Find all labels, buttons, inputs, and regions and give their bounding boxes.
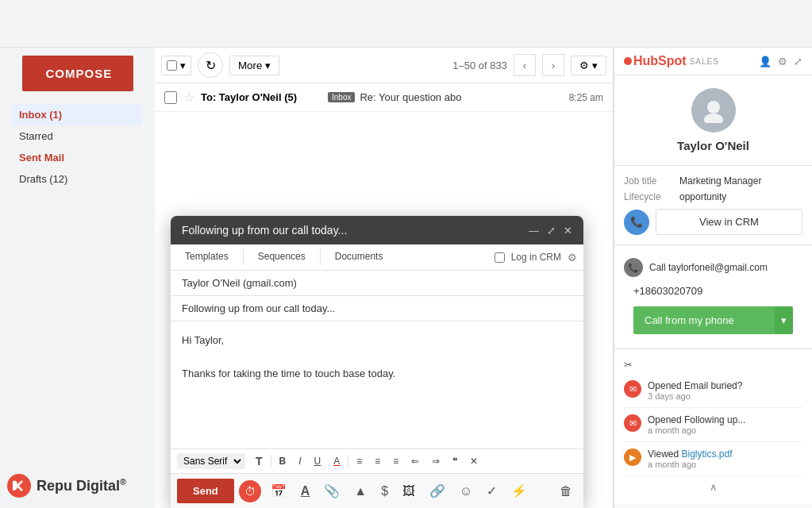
- email-subject: Re: Your question abo: [360, 91, 568, 103]
- call-small-icon: 📞: [624, 258, 643, 277]
- log-crm-checkbox[interactable]: [495, 252, 505, 263]
- expand-button[interactable]: ⤢: [547, 225, 556, 237]
- trash-icon-button[interactable]: 🗑: [555, 481, 577, 502]
- compose-header: Following up from our call today... — ⤢ …: [171, 216, 583, 244]
- inbox-badge: Inbox: [328, 92, 355, 102]
- star-icon[interactable]: ☆: [183, 90, 194, 105]
- main-layout: COMPOSE Inbox (1) Starred Sent Mail Draf…: [0, 48, 812, 508]
- hubspot-dot: [624, 57, 632, 65]
- send-button[interactable]: Send: [177, 479, 234, 503]
- select-checkbox-btn[interactable]: ▾: [161, 56, 191, 75]
- avatar-icon: [701, 98, 726, 123]
- image-icon-button[interactable]: 🖼: [398, 481, 420, 502]
- close-button[interactable]: ✕: [564, 225, 572, 237]
- font-size-button[interactable]: T: [251, 452, 267, 470]
- compose-subject[interactable]: Following up from our call today...: [171, 296, 583, 321]
- email-toolbar: ▾ ↻ More ▾ 1–50 of 833 ‹ › ⚙ ▾: [155, 48, 613, 83]
- repu-logo: Repu Digital®: [6, 473, 126, 498]
- remove-format-button[interactable]: ✕: [465, 453, 483, 469]
- phone-section: 📞 Call taylorfoneil@gmail.com +186030207…: [614, 245, 812, 349]
- hubspot-person-icon[interactable]: 👤: [759, 56, 772, 67]
- align-button[interactable]: ≡: [352, 453, 367, 469]
- compose-bottom-bar: Send ⏱ 📅 A 📎 ▲ $ 🖼 🔗 ☺ ✓ ⚡ 🗑: [171, 473, 583, 508]
- dollar-icon-button[interactable]: $: [376, 481, 393, 502]
- hubspot-header: HubSpot SALES 👤 ⚙ ⤢: [614, 48, 812, 75]
- text-color-button[interactable]: A: [329, 453, 344, 469]
- prev-page-button[interactable]: ‹: [514, 54, 536, 76]
- timeline-pdf-link[interactable]: Biglytics.pdf: [681, 448, 732, 460]
- row-checkbox[interactable]: [164, 91, 177, 104]
- drive-icon-button[interactable]: ▲: [349, 481, 371, 502]
- indent-left-button[interactable]: ⇐: [406, 453, 424, 469]
- indent-right-button[interactable]: ⇒: [427, 453, 444, 469]
- calendar-icon-button[interactable]: 📅: [266, 480, 291, 502]
- format-underline-icon-button[interactable]: A: [296, 481, 315, 502]
- settings-button[interactable]: ⚙ ▾: [571, 56, 606, 75]
- compose-body-greeting: Hi Taylor,: [182, 333, 572, 349]
- refresh-button[interactable]: ↻: [198, 52, 223, 78]
- sidebar-item-starred[interactable]: Starred: [13, 125, 142, 147]
- hubspot-icon-button[interactable]: ⚡: [506, 480, 532, 502]
- timeline-dot-1: ✉: [624, 380, 641, 398]
- call-email-label: Call taylorfoneil@gmail.com: [649, 262, 768, 273]
- contact-name: Taylor O'Neil: [624, 139, 802, 152]
- chevron-down-icon[interactable]: ▾: [180, 60, 186, 71]
- job-title-label: Job title: [624, 175, 679, 187]
- select-all-checkbox[interactable]: [167, 60, 177, 71]
- email-row[interactable]: ☆ To: Taylor O'Neil (5) Inbox Re: Your q…: [155, 83, 613, 112]
- lifecycle-value: opportunity: [679, 191, 726, 202]
- hubspot-expand-icon[interactable]: ⤢: [794, 56, 802, 67]
- compose-to[interactable]: Taylor O'Neil (gmail.com): [171, 271, 583, 296]
- compose-gear-icon[interactable]: ⚙: [568, 252, 577, 264]
- documents-tab[interactable]: Documents: [327, 248, 391, 267]
- templates-tab[interactable]: Templates: [177, 248, 237, 267]
- view-crm-button[interactable]: View in CRM: [656, 209, 802, 235]
- bold-button[interactable]: B: [275, 453, 291, 469]
- sidebar-item-inbox[interactable]: Inbox (1): [13, 104, 142, 125]
- timeline-time-1: 3 days ago: [648, 391, 802, 401]
- job-title-value: Marketing Manager: [679, 175, 761, 187]
- underline-button[interactable]: U: [310, 453, 326, 469]
- settings-dropdown-arrow: ▾: [592, 60, 598, 71]
- timeline-item-2: ✉ Opened Following up... a month ago: [624, 408, 802, 442]
- hubspot-logo-text: HubSpot: [624, 54, 687, 68]
- top-bar: [0, 0, 812, 48]
- sidebar-item-sent[interactable]: Sent Mail: [13, 147, 142, 168]
- lifecycle-row: Lifecycle opportunity: [624, 191, 802, 202]
- call-dropdown-button[interactable]: ▾: [775, 306, 793, 334]
- more-button[interactable]: More ▾: [229, 56, 279, 75]
- compose-format-bar: Sans Serif T B I U A ≡ ≡ ≡ ⇐ ⇒ ❝ ✕: [171, 448, 583, 473]
- clock-icon-button[interactable]: ⏱: [239, 480, 261, 502]
- quote-button[interactable]: ❝: [448, 453, 462, 469]
- contact-info: Job title Marketing Manager Lifecycle op…: [614, 166, 812, 245]
- timeline-content-2: Opened Following up... a month ago: [648, 414, 802, 435]
- next-page-button[interactable]: ›: [542, 54, 564, 76]
- attach-icon-button[interactable]: 📎: [319, 480, 344, 502]
- call-from-phone-button[interactable]: Call from my phone: [633, 306, 775, 334]
- link-icon-button[interactable]: 🔗: [425, 480, 450, 502]
- svg-point-0: [7, 474, 31, 498]
- sidebar-item-drafts[interactable]: Drafts (12): [13, 168, 142, 190]
- lifecycle-label: Lifecycle: [624, 191, 679, 202]
- scissors-icon: ✂: [624, 356, 802, 374]
- check-icon-button[interactable]: ✓: [482, 480, 502, 502]
- ul-button[interactable]: ≡: [388, 453, 403, 469]
- phone-small-button[interactable]: 📞: [624, 210, 649, 235]
- compose-button[interactable]: COMPOSE: [22, 56, 133, 91]
- timeline-title-3: Viewed Biglytics.pdf: [648, 448, 802, 460]
- hubspot-settings-icon[interactable]: ⚙: [778, 56, 787, 67]
- compose-body-text: Thanks for taking the time to touch base…: [182, 366, 572, 383]
- sidebar: COMPOSE Inbox (1) Starred Sent Mail Draf…: [0, 48, 155, 508]
- minimize-button[interactable]: —: [529, 225, 539, 237]
- compose-body[interactable]: Hi Taylor, Thanks for taking the time to…: [171, 321, 583, 448]
- font-family-select[interactable]: Sans Serif: [177, 453, 244, 469]
- log-crm-area: Log in CRM ⚙: [495, 252, 577, 264]
- emoji-icon-button[interactable]: ☺: [455, 481, 477, 502]
- job-title-row: Job title Marketing Manager: [624, 175, 802, 187]
- italic-button[interactable]: I: [294, 453, 306, 469]
- timeline-content-1: Opened Email buried? 3 days ago: [648, 380, 802, 401]
- sequences-tab[interactable]: Sequences: [250, 248, 314, 267]
- svg-point-1: [707, 101, 720, 114]
- scroll-up-button[interactable]: ∧: [624, 476, 802, 498]
- ol-button[interactable]: ≡: [370, 453, 385, 469]
